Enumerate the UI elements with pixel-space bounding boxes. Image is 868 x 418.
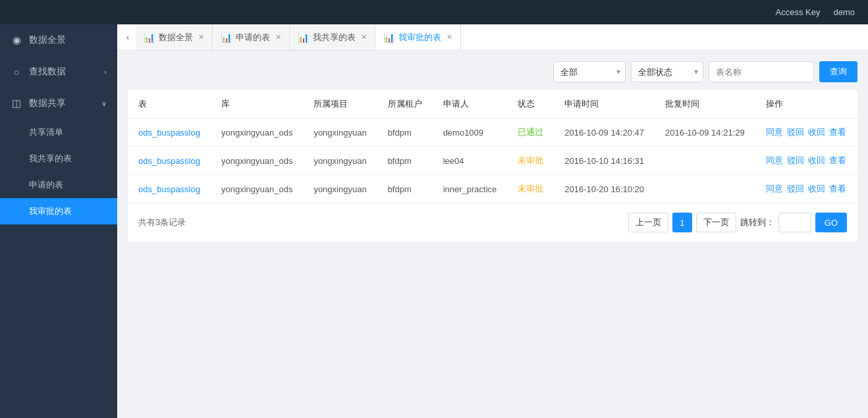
col-tenant: 所属租户 <box>377 90 433 118</box>
action-驳回[interactable]: 驳回 <box>787 155 804 165</box>
tab-label: 申请的表 <box>236 32 270 43</box>
jump-input[interactable] <box>778 213 811 232</box>
filter-select1[interactable]: 全部 <box>553 61 626 82</box>
cell-approve-time <box>655 175 755 203</box>
cell-apply-time: 2016-10-20 16:10:20 <box>554 175 655 203</box>
tab-close-audit[interactable]: ✕ <box>447 33 452 41</box>
sidebar-item-data-share[interactable]: ◫ 数据共享 ∨ <box>0 88 117 119</box>
col-actions: 操作 <box>755 90 857 118</box>
action-同意[interactable]: 同意 <box>766 184 783 194</box>
audit-table: 表 库 所属项目 所属租户 申请人 状态 申请时间 批复时间 操作 od <box>128 90 857 203</box>
cell-tenant: bfdpm <box>377 175 433 203</box>
prev-page-button[interactable]: 上一页 <box>628 213 668 232</box>
current-page-number[interactable]: 1 <box>672 213 692 232</box>
cell-library: yongxingyuan_ods <box>211 147 303 175</box>
tab-icon: 📊 <box>298 32 309 43</box>
sidebar-item-audit-table[interactable]: 我审批的表 <box>0 198 117 224</box>
cell-applicant: lee04 <box>433 147 508 175</box>
go-button[interactable]: GO <box>815 213 847 232</box>
cell-table-name: ods_buspasslog <box>128 175 211 203</box>
table-name-link[interactable]: ods_buspasslog <box>138 184 200 194</box>
tab-label: 我审批的表 <box>398 32 441 43</box>
table-row: ods_buspasslog yongxingyuan_ods yongxing… <box>128 118 857 147</box>
tab-icon: 📊 <box>144 32 155 43</box>
cell-apply-time: 2016-10-10 14:16:31 <box>554 147 655 175</box>
filter-table-name-input[interactable] <box>709 61 814 82</box>
tab-data-overview[interactable]: 📊 数据全景 ✕ <box>136 24 213 50</box>
filter-select1-wrapper: 全部 <box>553 61 626 82</box>
user-label: demo <box>833 7 855 17</box>
chevron-down-icon: ∨ <box>101 99 107 108</box>
globe-icon: ◉ <box>11 34 22 46</box>
tab-my-shared[interactable]: 📊 我共享的表 ✕ <box>290 24 375 50</box>
cell-status: 已通过 <box>507 118 554 147</box>
sidebar: ◉ 数据全景 ○ 查找数据 › ◫ 数据共享 ∨ 共享清单 我共享的表 申请的表… <box>0 24 117 418</box>
sidebar-item-apply-table[interactable]: 申请的表 <box>0 172 117 198</box>
action-收回[interactable]: 收回 <box>808 127 825 137</box>
chevron-right-icon: › <box>104 68 107 76</box>
cell-project: yongxingyuan <box>303 175 377 203</box>
tab-icon: 📊 <box>221 32 232 43</box>
cell-library: yongxingyuan_ods <box>211 175 303 203</box>
cell-apply-time: 2016-10-09 14:20:47 <box>554 118 655 147</box>
tab-apply[interactable]: 📊 申请的表 ✕ <box>213 24 290 50</box>
sidebar-sub-item-label: 申请的表 <box>29 179 63 191</box>
cell-actions: 同意驳回收回查看 <box>755 118 857 147</box>
sidebar-item-label: 查找数据 <box>29 66 66 78</box>
action-查看[interactable]: 查看 <box>829 184 846 194</box>
filter-select2-wrapper: 全部状态 <box>631 61 703 82</box>
cell-tenant: bfdpm <box>377 147 433 175</box>
action-驳回[interactable]: 驳回 <box>787 127 804 137</box>
pagination: 共有3条记录 上一页 1 下一页 跳转到： GO <box>128 203 857 242</box>
tab-audit[interactable]: 📊 我审批的表 ✕ <box>375 24 461 50</box>
table-row: ods_buspasslog yongxingyuan_ods yongxing… <box>128 147 857 175</box>
action-驳回[interactable]: 驳回 <box>787 184 804 194</box>
action-查看[interactable]: 查看 <box>829 155 846 165</box>
tab-bar: ‹ 📊 数据全景 ✕ 📊 申请的表 ✕ 📊 我共享的表 ✕ 📊 <box>117 24 868 51</box>
col-apply-time: 申请时间 <box>554 90 655 118</box>
sidebar-item-data-overview[interactable]: ◉ 数据全景 <box>0 24 117 56</box>
table-card: 表 库 所属项目 所属租户 申请人 状态 申请时间 批复时间 操作 od <box>128 90 857 242</box>
cell-library: yongxingyuan_ods <box>211 118 303 147</box>
tab-label: 我共享的表 <box>313 32 356 43</box>
tab-icon: 📊 <box>383 32 394 43</box>
pagination-jump: 跳转到： GO <box>740 213 847 232</box>
cell-applicant: demo1009 <box>433 118 508 147</box>
sidebar-sub-item-label: 共享清单 <box>29 126 63 138</box>
jump-label: 跳转到： <box>740 217 774 228</box>
pagination-controls: 上一页 1 下一页 <box>628 213 736 232</box>
search-icon: ○ <box>11 66 22 78</box>
tab-close-my-shared[interactable]: ✕ <box>361 33 367 41</box>
col-status: 状态 <box>507 90 554 118</box>
filter-select2[interactable]: 全部状态 <box>631 61 703 82</box>
action-收回[interactable]: 收回 <box>808 155 825 165</box>
query-button[interactable]: 查询 <box>819 61 857 82</box>
col-project: 所属项目 <box>303 90 377 118</box>
sidebar-item-label: 数据全景 <box>29 34 66 46</box>
col-applicant: 申请人 <box>433 90 508 118</box>
filter-bar: 全部 全部状态 查询 <box>128 61 857 82</box>
table-name-link[interactable]: ods_buspasslog <box>138 156 200 166</box>
tab-scroll-left[interactable]: ‹ <box>120 24 136 50</box>
cell-table-name: ods_buspasslog <box>128 118 211 147</box>
tab-label: 数据全景 <box>159 32 193 43</box>
sidebar-item-search-data[interactable]: ○ 查找数据 › <box>0 56 117 88</box>
action-同意[interactable]: 同意 <box>766 127 783 137</box>
cell-project: yongxingyuan <box>303 118 377 147</box>
action-同意[interactable]: 同意 <box>766 155 783 165</box>
table-name-link[interactable]: ods_buspasslog <box>138 128 200 138</box>
access-key-link[interactable]: Access Key <box>776 7 821 17</box>
cell-actions: 同意驳回收回查看 <box>755 175 857 203</box>
sidebar-item-my-shared[interactable]: 我共享的表 <box>0 145 117 172</box>
action-查看[interactable]: 查看 <box>829 127 846 137</box>
action-收回[interactable]: 收回 <box>808 184 825 194</box>
table-row: ods_buspasslog yongxingyuan_ods yongxing… <box>128 175 857 203</box>
cell-tenant: bfdpm <box>377 118 433 147</box>
tab-close-apply[interactable]: ✕ <box>275 33 281 41</box>
sidebar-item-share-list[interactable]: 共享清单 <box>0 119 117 145</box>
tab-close-data-overview[interactable]: ✕ <box>198 33 204 41</box>
pagination-total: 共有3条记录 <box>138 217 186 228</box>
next-page-button[interactable]: 下一页 <box>696 213 736 232</box>
cell-applicant: inner_practice <box>433 175 508 203</box>
cell-status: 未审批 <box>507 147 554 175</box>
